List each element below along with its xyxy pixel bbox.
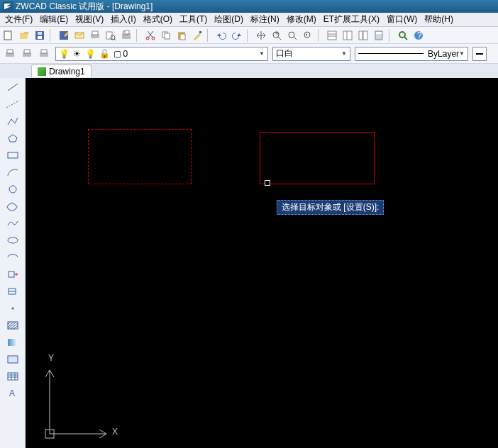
gradient-icon[interactable] [4,336,21,349]
calc-icon[interactable] [372,28,386,43]
table-icon[interactable] [4,370,21,383]
svg-point-25 [289,32,294,38]
insert-icon[interactable] [4,268,21,281]
svg-text:A: A [9,388,15,398]
linetype-preview [358,53,424,54]
svg-text:+: + [275,30,280,38]
properties-row: 💡 ☀ 💡 🔓 ▢ 0 ▼ 口白 ▼ ByLayer ▼ [0,44,498,64]
chevron-down-icon: ▼ [341,50,347,57]
svg-line-47 [8,84,18,91]
menu-modify[interactable]: 修改(M) [283,13,320,26]
menu-edit[interactable]: 编辑(E) [36,13,72,26]
bulb-on-icon: 💡 [59,49,70,59]
copy-icon[interactable] [159,28,173,43]
toolpalette-icon[interactable] [356,28,370,43]
help-icon[interactable]: ? [411,28,426,43]
spline-icon[interactable] [4,217,21,230]
hatch-icon[interactable] [4,319,21,332]
saveas-icon[interactable] [57,28,71,43]
open-icon[interactable] [17,28,31,43]
menu-dim[interactable]: 标注(N) [247,13,283,26]
block-icon[interactable] [4,285,21,298]
menu-help[interactable]: 帮助(H) [421,13,457,26]
quickprint3-icon[interactable] [37,47,51,61]
circle-icon[interactable] [4,183,21,196]
color-name: 口白 [276,47,293,60]
polygon-icon[interactable] [4,132,21,145]
plot-icon[interactable] [88,28,102,43]
transmit-icon[interactable] [72,28,87,43]
ellipse-icon[interactable] [4,234,21,247]
paste-icon[interactable] [175,28,189,43]
title-bar: ZWCAD Classic 试用版 - [Drawing1] [0,0,498,13]
drawing-canvas[interactable]: 选择目标对象或 [设置(S)]: Y X [26,78,498,448]
svg-rect-50 [8,152,18,158]
undo-icon[interactable] [214,28,228,43]
dynamic-prompt-text: 选择目标对象或 [设置(S)]: [282,202,379,212]
layer-name: 0 [123,49,128,59]
menu-format[interactable]: 格式(O) [140,13,176,26]
menu-insert[interactable]: 插入(I) [107,13,139,26]
region-icon[interactable] [4,353,21,366]
point-icon[interactable] [4,302,21,315]
line-icon[interactable] [4,81,21,94]
pan-icon[interactable] [254,28,268,43]
linetype-combo[interactable]: ByLayer ▼ [355,47,468,61]
svg-rect-28 [328,31,336,40]
xline-icon[interactable] [4,98,21,111]
dwg-icon [38,67,46,76]
svg-rect-3 [38,36,42,39]
svg-rect-34 [363,31,367,40]
pick-cursor [265,180,270,186]
menu-window[interactable]: 窗口(W) [383,13,421,26]
new-icon[interactable] [1,28,16,43]
svg-rect-9 [106,32,112,39]
text-icon[interactable]: A [4,387,21,400]
quickprint1-icon[interactable] [3,47,17,61]
svg-marker-49 [9,135,17,142]
ucs-x-label: X [112,427,118,437]
redo-icon[interactable] [230,28,244,43]
zoom-prev-icon[interactable] [301,28,315,43]
save-icon[interactable] [33,28,47,43]
revcloud-icon[interactable] [4,200,21,213]
bulb2-icon: 💡 [85,49,96,59]
polyline-icon[interactable] [4,115,21,128]
svg-point-37 [399,32,405,38]
zoom-realtime-icon[interactable]: + [270,28,284,43]
svg-rect-20 [180,34,185,40]
menu-view[interactable]: 视图(V) [72,13,107,26]
publish-icon[interactable] [119,28,133,43]
svg-rect-14 [125,30,129,34]
svg-text:?: ? [417,30,422,40]
svg-rect-60 [8,373,18,380]
color-combo[interactable]: 口白 ▼ [272,47,350,61]
svg-rect-31 [343,31,352,40]
designcenter-icon[interactable] [341,28,355,43]
menu-draw[interactable]: 绘图(D) [211,13,247,26]
dynamic-prompt: 选择目标对象或 [设置(S)]: [277,200,384,215]
layer-combo[interactable]: 💡 ☀ 💡 🔓 ▢ 0 ▼ [55,47,268,61]
cut-icon[interactable] [143,28,157,43]
svg-rect-44 [24,50,30,53]
quickprint2-icon[interactable] [20,47,34,61]
target-rectangle [260,132,375,184]
lock-icon: 🔓 [99,49,110,59]
search-icon[interactable] [396,28,410,43]
lineweight-combo[interactable] [472,47,487,61]
arc-icon[interactable] [4,166,21,179]
matchprop-icon[interactable] [190,28,204,43]
svg-line-26 [294,37,297,40]
menu-et[interactable]: ET扩展工具(X) [320,13,383,26]
ellipsearc-icon[interactable] [4,251,21,264]
rectangle-icon[interactable] [4,149,21,162]
tab-label: Drawing1 [49,67,85,77]
menu-tools[interactable]: 工具(T) [176,13,211,26]
layer-state-icons: 💡 ☀ 💡 🔓 ▢ [59,49,123,59]
tab-drawing1[interactable]: Drawing1 [31,65,92,77]
menu-file[interactable]: 文件(F) [1,13,36,26]
properties-icon[interactable] [325,28,339,43]
preview-icon[interactable] [104,28,118,43]
zoom-window-icon[interactable] [285,28,299,43]
ucs-y-label: Y [48,353,54,363]
